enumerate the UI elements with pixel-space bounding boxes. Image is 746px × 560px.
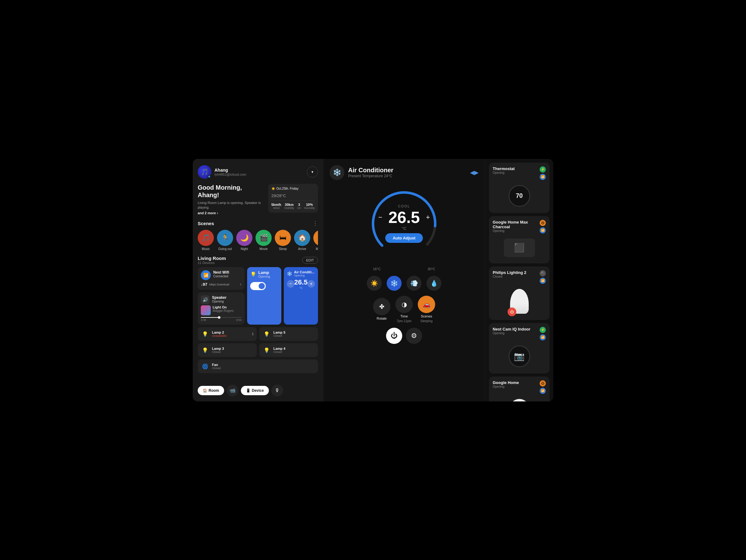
- greeting-title: Good Morning, Ahang!: [198, 184, 264, 199]
- lamp3-card[interactable]: 💡 Lamp 3 Closed: [198, 343, 257, 357]
- ac-device-card[interactable]: ❄️ Air Conditi... Opening − 26.5 °C: [284, 267, 318, 325]
- weather-humidity: 10% Humidity: [304, 203, 315, 209]
- nest-wifi-card[interactable]: 📶 Nest Wifi Connected ↓97 Mbps Download …: [198, 267, 245, 290]
- settings-button[interactable]: ⚙: [406, 328, 422, 344]
- wifi-upload-icon: ↑: [240, 282, 241, 287]
- right-google-home-icons: ⏻ 📶: [540, 380, 546, 394]
- mode-snow-button[interactable]: ❄️: [387, 276, 402, 291]
- lamp2-card[interactable]: 💡 Lamp 2 Unavailable ℹ: [198, 327, 257, 341]
- lamp4-card[interactable]: 💡 Lamp 4 Closed: [259, 343, 318, 357]
- auto-adjust-button[interactable]: Auto Adjust: [385, 233, 423, 243]
- lamp4-name: Lamp 4: [274, 347, 315, 351]
- lamp-card[interactable]: 💡 Lamp Opening: [247, 267, 281, 325]
- device-nav-button[interactable]: 📱 Device: [241, 386, 269, 395]
- right-philips-card[interactable]: Philips Lighting 2 Closed 🔌 📶 ⏻: [489, 267, 550, 320]
- lamp5-info: Lamp 5 Closed: [274, 331, 315, 337]
- greeting-more[interactable]: and 2 more ›: [198, 211, 264, 215]
- music-progress-dot: [218, 316, 220, 319]
- weather-icon: ☀️: [271, 187, 275, 190]
- google-max-wifi-icon: 📶: [540, 227, 546, 233]
- lamp-card-header: 💡 Lamp Opening: [250, 270, 278, 278]
- right-philips-status: Closed: [493, 275, 526, 278]
- philips-wifi-icon: 📶: [540, 278, 546, 284]
- wifi-stats: ↓97 Mbps Download ↑: [201, 282, 241, 287]
- scene-going-out[interactable]: 🏃 Going out: [217, 230, 233, 251]
- power-button[interactable]: ⏻: [386, 328, 402, 344]
- right-google-max-name: Google Home Max Charcoal: [493, 220, 540, 229]
- scene-night[interactable]: 🌙 Night: [236, 230, 252, 251]
- speaker-info: Speaker Opening: [212, 296, 241, 303]
- lamp-toggle[interactable]: [250, 282, 266, 290]
- left-panel: 🎵 Ahang lyh4852@icloud.com ▾ Good Mornin…: [193, 159, 323, 401]
- fan-icon: 🌀: [201, 362, 209, 371]
- mode-sun-button[interactable]: ☀️: [367, 276, 382, 291]
- right-panel: Thermostat Opening ⚡ 📶 70 Google Home Ma…: [485, 159, 553, 401]
- scenes-row: 🎵 Music 🏃 Going out 🌙 Night 🎬 Movie: [198, 230, 318, 251]
- scene-night-icon: 🌙: [236, 230, 252, 246]
- right-google-home-max-card[interactable]: Google Home Max Charcoal Opening ⏻ 📶 ⬛: [489, 216, 550, 263]
- scenes-label: Scenes: [421, 314, 432, 318]
- scene-music-icon: 🎵: [198, 230, 214, 246]
- thermostat-unit: °C: [376, 226, 432, 231]
- lamp-status: Opening: [258, 275, 270, 278]
- right-google-home-card[interactable]: Google Home Opening ⏻ 📶: [489, 376, 550, 401]
- music-progress-bar[interactable]: [201, 317, 241, 318]
- fan-card[interactable]: 🌀 Fan Closed: [198, 359, 318, 373]
- greeting-text: Good Morning, Ahang! Living Room Lamp is…: [198, 184, 264, 215]
- nest-wifi-content: 📶 Nest Wifi Connected: [201, 270, 241, 280]
- device-nav-icon: 📱: [246, 388, 251, 393]
- lamp4-info: Lamp 4 Closed: [274, 347, 315, 354]
- scene-arrive[interactable]: 🏠 Arrive: [294, 230, 310, 251]
- ac-title-group: Air Conditioner Present Temperature 24°C: [348, 167, 394, 178]
- lamp2-status: Unavailable: [212, 334, 250, 337]
- ac-arrows-icon[interactable]: ◀▶: [470, 169, 479, 176]
- lamp2-name: Lamp 2: [212, 331, 250, 334]
- scene-music[interactable]: 🎵 Music: [198, 230, 214, 251]
- scene-morning[interactable]: ☀️ Morning: [313, 230, 318, 251]
- right-google-home-name: Google Home: [493, 380, 519, 385]
- mode-wind-button[interactable]: 💨: [407, 276, 422, 291]
- edit-button[interactable]: EDIT: [302, 257, 318, 264]
- ac-minus-button[interactable]: −: [287, 280, 294, 288]
- time-label: Time: [400, 314, 408, 318]
- speaker-icon: 🔊: [201, 296, 209, 304]
- ac-device-temp: 26.5: [294, 278, 308, 286]
- speaker-card[interactable]: 🔊 Speaker Opening Light On Maggie Rogers: [198, 292, 245, 325]
- lamp5-card[interactable]: 💡 Lamp 5 Closed: [259, 327, 318, 341]
- user-name: Ahang: [214, 168, 304, 173]
- thermostat-display: 70: [509, 185, 530, 207]
- scene-morning-icon: ☀️: [313, 230, 318, 246]
- right-nest-cam-card[interactable]: Nest Cam IQ Indoor Opening ⚡ 📶 📷: [489, 323, 550, 373]
- ac-plus-button[interactable]: +: [308, 280, 315, 288]
- philips-power-btn[interactable]: ⏻: [508, 308, 516, 316]
- google-home-status-dot: ⏻: [540, 380, 546, 387]
- scene-sleep[interactable]: 🛏 Sleep: [275, 230, 291, 251]
- fan-info: Fan Closed: [212, 363, 315, 370]
- fan-status: Closed: [212, 367, 315, 370]
- scenes-button[interactable]: 🚗: [418, 296, 435, 313]
- ac-device-icon: ❄️: [287, 271, 292, 276]
- nest-wifi-name: Nest Wifi: [213, 270, 241, 275]
- dropdown-button[interactable]: ▾: [307, 166, 318, 177]
- thermostat-minus[interactable]: −: [376, 213, 384, 221]
- time-button[interactable]: ◑: [395, 296, 413, 313]
- nest-cam-wifi-icon: 📶: [540, 334, 546, 340]
- thermostat-plus[interactable]: +: [424, 213, 432, 221]
- room-nav-button[interactable]: 🏠 Room: [198, 386, 224, 395]
- nest-wifi-status: Connected: [213, 275, 241, 278]
- user-header: 🎵 Ahang lyh4852@icloud.com ▾: [198, 165, 318, 179]
- rotate-button[interactable]: ✤: [373, 298, 391, 315]
- google-home-display: [509, 399, 530, 401]
- ac-device-status: Opening: [294, 274, 314, 277]
- mic-nav-button[interactable]: 🎙: [271, 385, 283, 396]
- google-max-status-dot: ⏻: [540, 220, 546, 226]
- temp-range-high: 30°C: [427, 267, 435, 271]
- video-nav-button[interactable]: 📹: [227, 385, 238, 396]
- scenes-more-icon[interactable]: ⋮: [312, 220, 318, 227]
- middle-panel: ❄️ Air Conditioner Present Temperature 2…: [323, 159, 485, 401]
- right-thermostat-card[interactable]: Thermostat Opening ⚡ 📶 70: [489, 163, 550, 213]
- right-google-home-header: Google Home Opening ⏻ 📶: [493, 380, 546, 394]
- google-home-wifi-icon: 📶: [540, 388, 546, 394]
- scene-movie[interactable]: 🎬 Movie: [256, 230, 272, 251]
- mode-drop-button[interactable]: 💧: [427, 276, 441, 291]
